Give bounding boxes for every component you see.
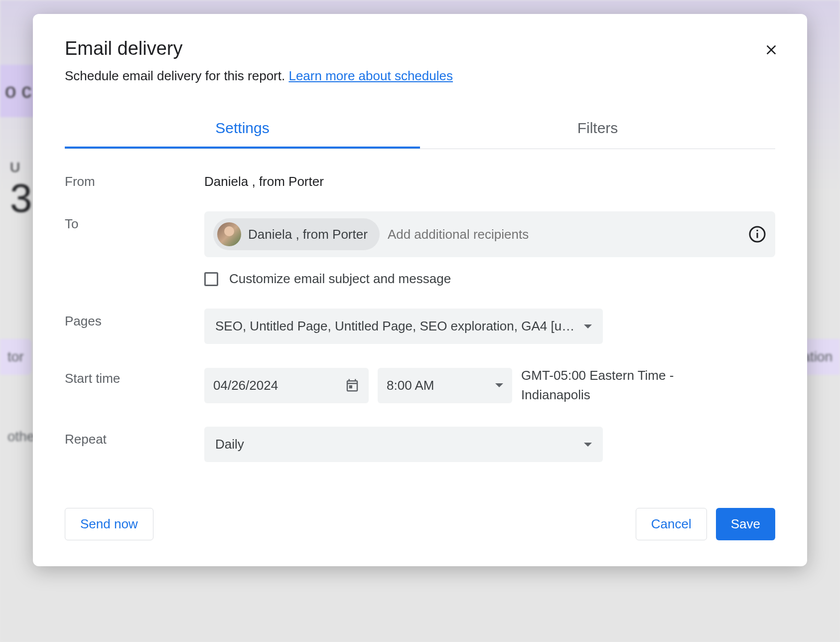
info-icon[interactable] (748, 225, 766, 243)
cancel-button[interactable]: Cancel (636, 508, 707, 540)
close-icon (763, 42, 779, 58)
date-picker[interactable]: 04/26/2024 (204, 368, 369, 403)
modal-subtitle: Schedule email delivery for this report.… (65, 68, 775, 84)
time-value: 8:00 AM (387, 378, 434, 393)
email-delivery-modal: Email delivery Schedule email delivery f… (33, 14, 807, 566)
modal-header: Email delivery Schedule email delivery f… (33, 14, 807, 96)
chevron-down-icon (584, 324, 592, 328)
recipients-field[interactable]: Daniela , from Porter (204, 211, 775, 257)
chip-text: Daniela , from Porter (248, 227, 368, 242)
chevron-down-icon (495, 383, 503, 387)
backdrop-chip1: tor (0, 339, 31, 375)
from-label: From (65, 169, 204, 189)
customize-checkbox[interactable] (204, 272, 218, 286)
from-value: Daniela , from Porter (204, 169, 775, 189)
modal-footer: Send now Cancel Save (33, 494, 807, 566)
backdrop-metric: U 3 (10, 160, 32, 221)
form-body: From Daniela , from Porter To Daniela , … (33, 149, 807, 494)
repeat-label: Repeat (65, 427, 204, 447)
to-label: To (65, 211, 204, 232)
customize-label: Customize email subject and message (229, 271, 451, 287)
from-row: From Daniela , from Porter (65, 169, 775, 189)
customize-row: Customize email subject and message (204, 271, 775, 287)
learn-more-link[interactable]: Learn more about schedules (288, 68, 453, 83)
to-row: To Daniela , from Porter Customize email… (65, 211, 775, 287)
modal-title: Email delivery (65, 38, 775, 59)
svg-rect-1 (757, 233, 758, 238)
save-button[interactable]: Save (716, 508, 775, 540)
tab-settings[interactable]: Settings (65, 110, 420, 149)
send-now-button[interactable]: Send now (65, 508, 153, 540)
footer-right: Cancel Save (636, 508, 775, 540)
date-value: 04/26/2024 (213, 378, 278, 393)
repeat-select[interactable]: Daily (204, 427, 603, 462)
tabs: Settings Filters (65, 110, 775, 149)
start-time-label: Start time (65, 366, 204, 386)
svg-rect-2 (757, 230, 758, 231)
start-time-row: Start time 04/26/2024 8:00 AM GMT-05:00 … (65, 366, 775, 405)
close-button[interactable] (759, 38, 783, 62)
repeat-row: Repeat Daily (65, 427, 775, 462)
pages-value: SEO, Untitled Page, Untitled Page, SEO e… (215, 319, 574, 334)
time-picker[interactable]: 8:00 AM (378, 368, 512, 403)
repeat-value: Daily (215, 437, 244, 452)
pages-select[interactable]: SEO, Untitled Page, Untitled Page, SEO e… (204, 309, 603, 344)
pages-row: Pages SEO, Untitled Page, Untitled Page,… (65, 309, 775, 344)
tab-filters[interactable]: Filters (420, 110, 775, 149)
backdrop-tag: o c (0, 65, 36, 117)
chevron-down-icon (584, 443, 592, 447)
avatar (217, 222, 241, 246)
svg-rect-3 (349, 385, 352, 388)
timezone: GMT-05:00 Eastern Time - Indianapolis (521, 366, 691, 405)
calendar-icon (345, 378, 360, 393)
pages-label: Pages (65, 309, 204, 329)
recipient-chip[interactable]: Daniela , from Porter (213, 218, 380, 250)
add-recipients-input[interactable] (388, 227, 740, 242)
